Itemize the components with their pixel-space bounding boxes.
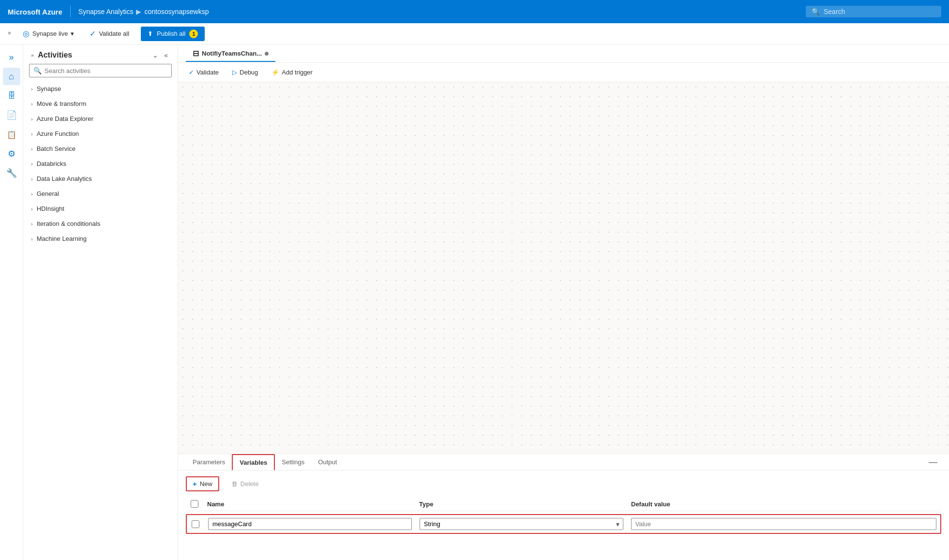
activity-general[interactable]: › General: [23, 186, 178, 201]
nav-service[interactable]: Synapse Analytics: [78, 8, 134, 15]
chevron-icon: ›: [31, 86, 33, 92]
tab-parameters-label: Parameters: [193, 458, 225, 466]
validate-all-label: Validate all: [99, 30, 129, 37]
tab-settings[interactable]: Settings: [275, 455, 311, 470]
delete-button-label: Delete: [241, 480, 259, 487]
expand-icon[interactable]: »: [8, 29, 11, 36]
pipeline-toolbar: ✓ Validate ▷ Debug ⚡ Add trigger: [178, 63, 949, 82]
debug-icon: ▷: [232, 69, 237, 76]
tab-strip: ⊟ NotifiyTeamsChan...: [178, 44, 949, 63]
activity-label: Batch Service: [37, 145, 75, 152]
activity-label: Azure Function: [37, 130, 79, 137]
rail-expand-btn[interactable]: »: [3, 48, 20, 66]
chevron-icon: ›: [31, 131, 33, 137]
new-button-label: New: [200, 480, 212, 487]
rail-monitor-icon[interactable]: ⚙: [3, 145, 20, 162]
collapse-icon[interactable]: ⌄: [151, 50, 160, 60]
validate-check-icon: ✓: [189, 69, 194, 76]
synapse-live-label: Synapse live: [32, 30, 68, 37]
add-trigger-button[interactable]: ⚡ Add trigger: [269, 67, 316, 77]
content-area: ⊟ NotifiyTeamsChan... ✓ Validate ▷ Debug…: [178, 44, 949, 560]
activity-label: Move & transform: [37, 100, 87, 107]
rail-manage-icon[interactable]: 🔧: [3, 164, 20, 182]
table-row: String Boolean Integer Array: [186, 514, 941, 534]
activity-label: HDInsight: [37, 205, 64, 212]
search-activities-box[interactable]: 🔍: [29, 64, 172, 77]
activity-move-transform[interactable]: › Move & transform: [23, 96, 178, 111]
activity-label: Databricks: [37, 160, 66, 167]
collapse-left-icon[interactable]: «: [162, 50, 170, 60]
tab-output-label: Output: [318, 458, 337, 466]
brand-title: Microsoft Azure: [8, 8, 62, 16]
variables-content: + New 🗑 Delete Name: [178, 471, 949, 560]
tab-variables[interactable]: Variables: [232, 454, 275, 470]
activity-azure-function[interactable]: › Azure Function: [23, 126, 178, 141]
activities-header: » Activities ⌄ «: [23, 44, 178, 64]
activity-machine-learning[interactable]: › Machine Learning: [23, 231, 178, 246]
activities-panel: » Activities ⌄ « 🔍 › Synapse › Move & tr…: [23, 44, 178, 560]
top-bar: Microsoft Azure Synapse Analytics ▶ cont…: [0, 0, 949, 23]
synapse-live-selector[interactable]: ◎ Synapse live ▾: [19, 27, 78, 40]
validate-button[interactable]: ✓ Validate: [186, 67, 222, 77]
activity-databricks[interactable]: › Databricks: [23, 156, 178, 171]
rail-integrate-icon[interactable]: 📋: [3, 126, 20, 143]
activity-batch-service[interactable]: › Batch Service: [23, 141, 178, 156]
pipeline-tab-label: NotifiyTeamsChan...: [202, 50, 262, 57]
search-input[interactable]: [824, 8, 930, 15]
second-toolbar: » ◎ Synapse live ▾ ✓ Validate all ⬆ Publ…: [0, 23, 949, 44]
variables-table: Name Type Default value: [186, 497, 941, 534]
variable-type-select[interactable]: String Boolean Integer Array: [420, 518, 623, 530]
validate-all-button[interactable]: ✓ Validate all: [86, 27, 133, 40]
variable-default-input[interactable]: [631, 518, 936, 530]
chevron-icon: ›: [31, 116, 33, 122]
synapse-live-icon: ◎: [23, 29, 30, 38]
top-divider: [70, 6, 71, 17]
dropdown-icon: ▾: [71, 30, 74, 37]
pipeline-tab[interactable]: ⊟ NotifiyTeamsChan...: [186, 45, 275, 62]
type-select-wrapper: String Boolean Integer Array: [420, 518, 623, 530]
nav-chevron: ▶: [136, 8, 141, 15]
pipeline-canvas[interactable]: [178, 82, 949, 454]
activity-label: Machine Learning: [37, 235, 87, 242]
main-layout: » ⌂ 🗄 📄 📋 ⚙ 🔧 » Activities ⌄ « 🔍 › Synap…: [0, 44, 949, 560]
activity-data-explorer[interactable]: › Azure Data Explorer: [23, 111, 178, 126]
activities-list: › Synapse › Move & transform › Azure Dat…: [23, 81, 178, 560]
select-all-checkbox[interactable]: [191, 500, 198, 508]
pipeline-tab-icon: ⊟: [193, 49, 199, 58]
rail-data-icon[interactable]: 🗄: [3, 87, 20, 104]
rail-develop-icon[interactable]: 📄: [3, 106, 20, 124]
tab-output[interactable]: Output: [311, 455, 344, 470]
activity-hdinsight[interactable]: › HDInsight: [23, 201, 178, 216]
new-variable-button[interactable]: + New: [186, 476, 219, 491]
expand-panel-icon[interactable]: »: [31, 52, 34, 58]
trigger-icon: ⚡: [271, 69, 279, 76]
chevron-icon: ›: [31, 206, 33, 212]
activities-controls: ⌄ «: [151, 50, 170, 60]
table-header-row: Name Type Default value: [186, 497, 941, 511]
row-checkbox[interactable]: [192, 520, 199, 528]
publish-all-button[interactable]: ⬆ Publish all 1: [141, 27, 205, 41]
activity-iteration-conditionals[interactable]: › Iteration & conditionals: [23, 216, 178, 231]
activity-label: Data Lake Analytics: [37, 175, 92, 182]
header-type-label: Type: [419, 501, 433, 508]
delete-variable-button[interactable]: 🗑 Delete: [225, 477, 265, 490]
nav-workspace[interactable]: contososynapsewksp: [144, 8, 209, 15]
minimize-panel-icon[interactable]: —: [925, 455, 941, 469]
row-name-col: [204, 518, 416, 530]
publish-badge: 1: [189, 29, 198, 38]
activities-title: Activities: [38, 51, 147, 59]
validate-label: Validate: [196, 69, 219, 76]
activity-data-lake-analytics[interactable]: › Data Lake Analytics: [23, 171, 178, 186]
var-actions: + New 🗑 Delete: [186, 476, 941, 491]
variable-name-input[interactable]: [208, 518, 412, 530]
activity-synapse[interactable]: › Synapse: [23, 81, 178, 96]
rail-home-icon[interactable]: ⌂: [3, 68, 20, 85]
plus-icon: +: [193, 480, 197, 488]
search-activities-input[interactable]: [45, 67, 167, 74]
header-check-col: [186, 500, 203, 508]
row-type-col: String Boolean Integer Array: [416, 518, 627, 530]
debug-button[interactable]: ▷ Debug: [229, 67, 261, 77]
tab-parameters[interactable]: Parameters: [186, 455, 232, 470]
global-search[interactable]: 🔍: [806, 6, 941, 17]
chevron-icon: ›: [31, 221, 33, 227]
